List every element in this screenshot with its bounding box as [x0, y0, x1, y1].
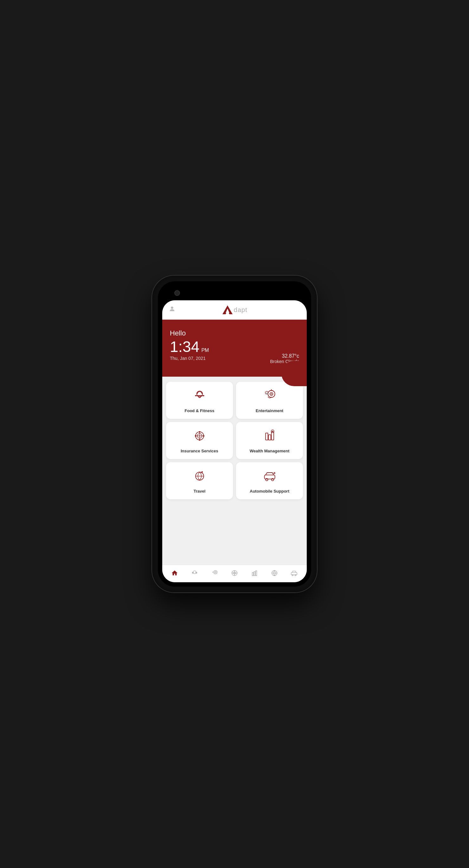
svg-point-19 — [199, 439, 200, 441]
svg-rect-42 — [254, 571, 255, 576]
svg-text:₦: ₦ — [271, 431, 273, 432]
travel-card[interactable]: Travel — [166, 462, 233, 499]
camera-dot — [174, 290, 180, 296]
svg-point-47 — [292, 575, 293, 576]
svg-point-18 — [199, 431, 200, 433]
svg-point-0 — [171, 307, 173, 309]
svg-rect-43 — [256, 571, 257, 576]
logo-icon — [222, 305, 233, 315]
temperature-value: 32.87°c — [270, 353, 299, 359]
services-grid: Food & Fitness ⚽ — [166, 382, 303, 499]
svg-point-16 — [195, 435, 196, 437]
greeting-text: Hello — [170, 329, 299, 337]
ampm-label: PM — [201, 347, 209, 353]
svg-point-48 — [295, 575, 296, 576]
nav-travel[interactable] — [268, 568, 281, 578]
logo-text: dapt — [234, 306, 247, 314]
weather-condition: Broken Clouds — [270, 359, 299, 364]
nav-food-fitness[interactable] — [188, 568, 201, 578]
svg-rect-46 — [291, 572, 297, 575]
insurance-services-label: Insurance Services — [181, 448, 218, 453]
time-row: 1:34 PM — [170, 339, 299, 354]
automobile-support-label: Automobile Support — [250, 489, 289, 494]
app-logo: dapt — [222, 305, 247, 315]
automobile-icon — [263, 469, 277, 485]
food-fitness-card[interactable]: Food & Fitness — [166, 382, 233, 419]
services-grid-area: Food & Fitness ⚽ — [162, 377, 307, 565]
svg-text:⚽: ⚽ — [266, 392, 268, 395]
svg-rect-21 — [268, 435, 271, 440]
app-header: dapt — [162, 300, 307, 320]
svg-point-35 — [213, 570, 217, 574]
svg-rect-20 — [266, 433, 268, 440]
phone-device: dapt Hello 1:34 PM Thu, Jan 07, 2021 32.… — [152, 276, 317, 592]
entertainment-icon: ⚽ — [263, 389, 277, 405]
wealth-management-label: Wealth Management — [250, 448, 289, 453]
insurance-services-card[interactable]: Insurance Services — [166, 422, 233, 459]
wealth-icon: ₦ — [263, 429, 277, 445]
weather-widget: 32.87°c Broken Clouds — [270, 353, 299, 364]
entertainment-card[interactable]: ⚽ Entertainment — [236, 382, 303, 419]
svg-rect-41 — [252, 572, 253, 576]
svg-point-17 — [203, 435, 204, 437]
automobile-support-card[interactable]: Automobile Support — [236, 462, 303, 499]
app-screen: dapt Hello 1:34 PM Thu, Jan 07, 2021 32.… — [162, 300, 307, 582]
svg-point-36 — [215, 571, 216, 573]
user-profile-icon[interactable] — [169, 305, 176, 314]
hero-banner: Hello 1:34 PM Thu, Jan 07, 2021 32.87°c … — [162, 320, 307, 377]
bottom-navigation — [162, 565, 307, 582]
current-time: 1:34 — [170, 339, 199, 354]
phone-screen-area: dapt Hello 1:34 PM Thu, Jan 07, 2021 32.… — [158, 281, 311, 587]
nav-insurance[interactable] — [229, 568, 240, 578]
food-fitness-icon — [193, 389, 207, 405]
insurance-icon — [193, 429, 207, 445]
svg-rect-5 — [203, 395, 204, 396]
nav-wealth[interactable] — [248, 568, 261, 578]
nav-auto[interactable] — [288, 568, 300, 578]
nav-entertainment[interactable] — [208, 568, 221, 578]
travel-icon — [193, 469, 207, 485]
svg-rect-22 — [271, 432, 273, 440]
food-fitness-label: Food & Fitness — [185, 408, 214, 413]
nav-home[interactable] — [169, 568, 181, 578]
svg-rect-4 — [195, 395, 197, 396]
wealth-management-card[interactable]: ₦ Wealth Management — [236, 422, 303, 459]
travel-label: Travel — [194, 489, 206, 494]
entertainment-label: Entertainment — [256, 408, 283, 413]
svg-point-9 — [271, 394, 272, 395]
